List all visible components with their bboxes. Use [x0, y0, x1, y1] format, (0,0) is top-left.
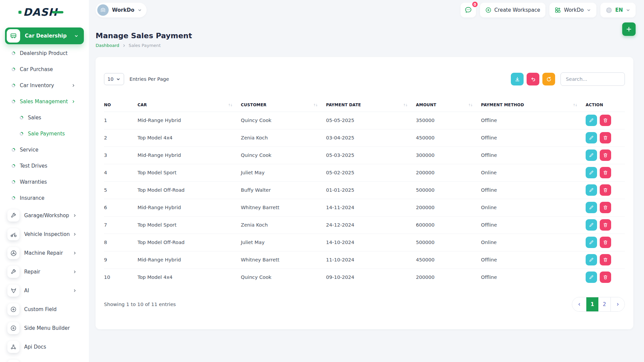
- workspace-selector[interactable]: WorkDo: [96, 3, 147, 17]
- sidebar-item-sales[interactable]: Sales: [0, 110, 89, 126]
- table-row: 6Mid-Range HybridWhitney Barrett14-11-20…: [104, 199, 625, 216]
- sidebar-item-label: Repair: [24, 269, 40, 275]
- column-header-no: NO: [104, 99, 138, 112]
- column-header-payment-method[interactable]: PAYMENT METHOD↑↓: [481, 99, 586, 112]
- edit-button[interactable]: [586, 115, 597, 126]
- entries-per-page-select[interactable]: 10: [104, 73, 124, 85]
- sidebar-item-car-dealership[interactable]: Car Dealership: [5, 27, 84, 44]
- delete-button[interactable]: [600, 184, 611, 196]
- cell-payment-date: 14-11-2024: [326, 199, 416, 216]
- delete-button[interactable]: [600, 132, 611, 143]
- sidebar-item-api-docs[interactable]: Api Docs: [0, 338, 89, 356]
- sort-arrows-icon[interactable]: ↑↓: [468, 103, 472, 107]
- delete-button[interactable]: [600, 115, 611, 126]
- plus-circle-icon: [7, 303, 19, 315]
- delete-trash-icon: [603, 118, 608, 123]
- chevron-down-icon: [626, 8, 630, 12]
- cell-actions: [586, 146, 625, 164]
- pagination-page-2[interactable]: 2: [598, 297, 610, 311]
- edit-button[interactable]: [586, 237, 597, 248]
- sidebar-item-label: Vehicle Inspection: [24, 231, 70, 237]
- delete-button[interactable]: [600, 237, 611, 248]
- edit-button[interactable]: [586, 149, 597, 161]
- language-selector[interactable]: EN: [600, 3, 636, 17]
- sidebar-item-warranties[interactable]: Warranties: [0, 174, 89, 190]
- cell-payment-date: 11-10-2024: [326, 251, 416, 268]
- breadcrumb-dashboard-link[interactable]: Dashboard: [96, 43, 119, 48]
- edit-button[interactable]: [586, 219, 597, 231]
- pagination-prev-button[interactable]: [572, 297, 586, 311]
- sidebar-item-repair[interactable]: Repair: [0, 262, 89, 281]
- delete-trash-icon: [603, 153, 608, 158]
- column-header-customer[interactable]: CUSTOMER↑↓: [241, 99, 326, 112]
- column-header-car[interactable]: CAR↑↓: [138, 99, 241, 112]
- delete-button[interactable]: [600, 167, 611, 178]
- building-icon: [97, 4, 109, 16]
- edit-button[interactable]: [586, 272, 597, 283]
- delete-button[interactable]: [600, 149, 611, 161]
- edit-button[interactable]: [586, 254, 597, 265]
- cell-no: 1: [104, 112, 138, 129]
- cell-car: Top Model Off-Road: [138, 181, 241, 199]
- chevron-right-icon: [616, 302, 620, 306]
- sidebar-item-insurance[interactable]: Insurance: [0, 190, 89, 206]
- sidebar-item-side-menu-builder[interactable]: Side Menu Builder: [0, 319, 89, 338]
- sidebar-item-ai[interactable]: AI: [0, 281, 89, 300]
- edit-button[interactable]: [586, 202, 597, 213]
- edit-pencil-icon: [589, 135, 594, 140]
- undo-button[interactable]: [527, 73, 539, 85]
- refresh-button[interactable]: [542, 73, 555, 85]
- cell-payment-date: 05-03-2025: [326, 146, 416, 164]
- edit-pencil-icon: [589, 153, 594, 158]
- pagination-next-button[interactable]: [610, 297, 625, 311]
- column-header-amount[interactable]: AMOUNT↑↓: [416, 99, 481, 112]
- download-button[interactable]: [511, 73, 524, 85]
- sidebar-item-garage-workshop[interactable]: Garage/Workshop: [0, 206, 89, 225]
- create-workspace-button[interactable]: Create Workspace: [480, 3, 546, 17]
- cell-payment-method: Offline: [481, 112, 586, 129]
- wrench-icon: [7, 209, 19, 222]
- cell-payment-method: Online: [481, 234, 586, 251]
- cell-car: Top Model 4x4: [138, 268, 241, 286]
- sort-arrows-icon[interactable]: ↑↓: [313, 103, 317, 107]
- edit-button[interactable]: [586, 132, 597, 143]
- sidebar-item-service[interactable]: Service: [0, 142, 89, 158]
- search-input[interactable]: [560, 72, 625, 86]
- sidebar-item-car-inventory[interactable]: Car Inventory: [0, 77, 89, 94]
- sort-arrows-icon[interactable]: ↑↓: [228, 103, 232, 107]
- add-payment-button[interactable]: [622, 22, 636, 36]
- sidebar-item-vehicle-inspection[interactable]: Vehicle Inspection: [0, 225, 89, 244]
- edit-button[interactable]: [586, 167, 597, 178]
- table-row: 2Top Model 4x4Zenia Koch03-04-2025450000…: [104, 129, 625, 146]
- pagination-page-1[interactable]: 1: [586, 297, 598, 311]
- sort-arrows-icon[interactable]: ↑↓: [403, 103, 407, 107]
- cell-car: Top Model 4x4: [138, 129, 241, 146]
- sidebar-item-test-drives[interactable]: Test Drives: [0, 158, 89, 174]
- chevron-down-icon: [587, 8, 591, 12]
- cell-payment-date: 14-10-2024: [326, 234, 416, 251]
- sidebar-item-car-purchase[interactable]: Car Purchase: [0, 61, 89, 77]
- sidebar-item-custom-field[interactable]: Custom Field: [0, 300, 89, 319]
- cell-car: Top Model Sport: [138, 164, 241, 181]
- sidebar-item-partial[interactable]: [0, 356, 89, 362]
- messages-button[interactable]: 0: [461, 3, 476, 17]
- sort-arrows-icon[interactable]: ↑↓: [573, 103, 577, 107]
- chevron-right-icon: [122, 44, 126, 48]
- sidebar-item-dealership-product[interactable]: Dealership Product: [0, 45, 89, 61]
- refresh-icon: [546, 76, 552, 82]
- table-row: 1Mid-Range HybridQuincy Cook05-05-202535…: [104, 112, 625, 129]
- edit-button[interactable]: [586, 184, 597, 196]
- delete-button[interactable]: [600, 254, 611, 265]
- delete-button[interactable]: [600, 219, 611, 231]
- workdo-menu-button[interactable]: WorkDo: [549, 3, 596, 17]
- cell-amount: 450000: [416, 251, 481, 268]
- delete-trash-icon: [603, 205, 608, 210]
- delete-button[interactable]: [600, 272, 611, 283]
- sidebar-item-machine-repair[interactable]: Machine Repair: [0, 244, 89, 262]
- sidebar-item-sale-payments[interactable]: Sale Payments: [0, 126, 89, 142]
- cell-no: 8: [104, 234, 138, 251]
- sidebar-item-sales-management[interactable]: Sales Management: [0, 94, 89, 110]
- column-header-payment-date[interactable]: PAYMENT DATE↑↓: [326, 99, 416, 112]
- delete-button[interactable]: [600, 202, 611, 213]
- edit-pencil-icon: [589, 275, 594, 280]
